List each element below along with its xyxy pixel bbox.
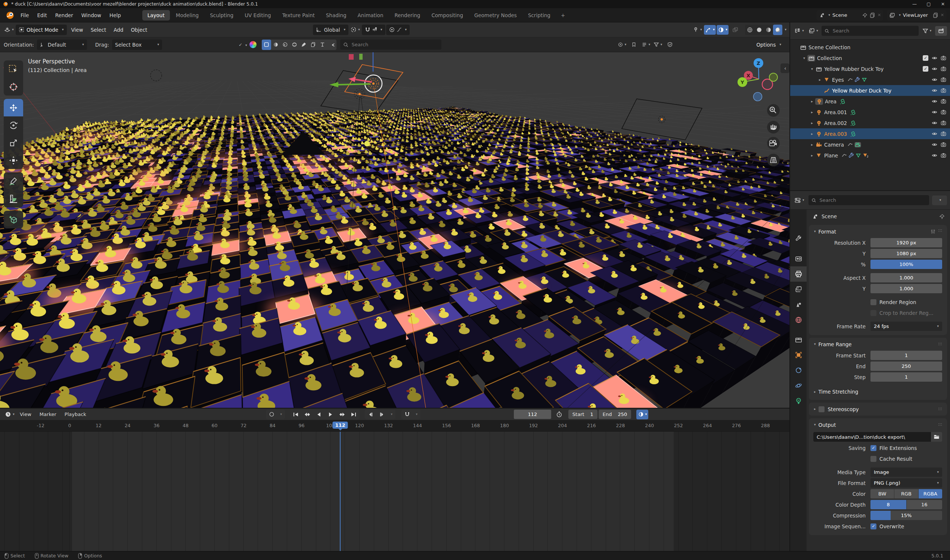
close-button[interactable]: ✕ bbox=[936, 0, 950, 8]
color-option-bw[interactable]: BW bbox=[870, 489, 894, 498]
disable-render-camera-icon[interactable] bbox=[941, 109, 946, 115]
outliner-row-area-002[interactable]: ▸Area.002 bbox=[790, 117, 950, 128]
add-cube-tool-button[interactable] bbox=[4, 211, 23, 228]
shield-icon[interactable] bbox=[664, 40, 676, 49]
shading-rendered-button[interactable] bbox=[773, 25, 782, 35]
auto-keying-button[interactable] bbox=[266, 410, 278, 419]
orthographic-toggle-button[interactable] bbox=[767, 154, 780, 166]
orientation-dropdown[interactable]: Default ▾ bbox=[37, 40, 87, 50]
matcap-ball-icon[interactable] bbox=[250, 41, 256, 48]
previous-keyframe-button[interactable] bbox=[302, 410, 313, 419]
properties-tab-data[interactable] bbox=[790, 393, 807, 409]
expand-icon[interactable]: ▸ bbox=[809, 143, 815, 147]
time-stretching-header[interactable]: ▸ Time Stretching bbox=[809, 387, 947, 397]
hide-viewport-eye-icon[interactable] bbox=[932, 88, 937, 93]
nozzle-icon[interactable] bbox=[327, 40, 336, 50]
outliner-filter-id-button[interactable]: ▾ bbox=[807, 26, 819, 36]
pin-icon[interactable] bbox=[862, 13, 867, 18]
transform-tool-button[interactable] bbox=[4, 151, 23, 169]
clamp-icon[interactable] bbox=[318, 40, 327, 50]
new-viewlayer-icon[interactable] bbox=[933, 12, 938, 18]
timeline-menu-marker[interactable]: Marker bbox=[35, 412, 60, 417]
play-button[interactable] bbox=[325, 410, 336, 419]
disable-render-camera-icon[interactable] bbox=[941, 66, 946, 72]
rotate-tool-button[interactable] bbox=[4, 116, 23, 134]
snap-dropdown[interactable]: ▾ bbox=[413, 410, 421, 419]
workspace-tab-layout[interactable]: Layout bbox=[142, 10, 170, 20]
frame-range-panel-header[interactable]: ▾ Frame Range bbox=[809, 338, 947, 350]
hide-viewport-eye-icon[interactable] bbox=[932, 109, 937, 115]
current-frame-field[interactable]: 112 bbox=[514, 410, 551, 419]
fallback-tool-icon[interactable]: ▾ bbox=[616, 40, 628, 49]
expand-icon[interactable]: ▸ bbox=[809, 110, 815, 114]
cache-result-row[interactable]: Cache Result bbox=[870, 456, 912, 462]
stereoscopy-panel-header[interactable]: ▸ Stereoscopy bbox=[809, 403, 947, 415]
zoom-button[interactable] bbox=[767, 104, 780, 117]
aspect-y-field[interactable]: 1.000 bbox=[870, 284, 942, 293]
overwrite-row[interactable]: ✓Overwrite bbox=[870, 523, 904, 529]
output-panel-header[interactable]: ▾ Output bbox=[809, 419, 947, 431]
outliner-row-scene-collection[interactable]: Scene Collection bbox=[790, 42, 950, 52]
outliner-row-yellow-rubber-duck-toy[interactable]: ▾Yellow Rubber Duck Toy✓ bbox=[790, 63, 950, 74]
tool-search-field[interactable] bbox=[340, 40, 441, 49]
properties-tab-output[interactable] bbox=[790, 266, 807, 282]
timeline-overlay-toggle[interactable]: ▾ bbox=[636, 410, 648, 419]
select-box-tool-button[interactable] bbox=[4, 60, 23, 78]
properties-tab-collection[interactable] bbox=[790, 332, 807, 347]
hide-viewport-eye-icon[interactable] bbox=[932, 55, 937, 61]
color-depth-option-16[interactable]: 16 bbox=[907, 500, 942, 509]
workspace-tab-compositing[interactable]: Compositing bbox=[426, 10, 468, 20]
new-collection-button[interactable] bbox=[935, 26, 947, 36]
hide-viewport-eye-icon[interactable] bbox=[932, 142, 937, 148]
outliner-row-area-003[interactable]: ▸Area.003 bbox=[790, 128, 950, 139]
filter-funnel-icon[interactable]: ▾ bbox=[652, 40, 664, 49]
workspace-tab-modeling[interactable]: Modeling bbox=[171, 10, 204, 20]
remove-viewlayer-icon[interactable]: ✕ bbox=[941, 13, 944, 17]
timeline-menu-playback[interactable]: Playback bbox=[60, 412, 90, 417]
properties-tab-scene[interactable] bbox=[790, 297, 807, 312]
next-keyframe-button[interactable] bbox=[336, 410, 348, 419]
disable-render-camera-icon[interactable] bbox=[941, 98, 946, 104]
timeline-track[interactable] bbox=[0, 432, 790, 551]
mode-dropdown[interactable]: Object Mode ▾ bbox=[16, 25, 67, 35]
workspace-tab-sculpting[interactable]: Sculpting bbox=[205, 10, 239, 20]
properties-tab-tool[interactable] bbox=[790, 231, 807, 247]
current-frame-tag[interactable]: 112 bbox=[332, 422, 348, 429]
blender-menu-icon[interactable] bbox=[6, 11, 14, 19]
xray-toggle[interactable] bbox=[729, 25, 741, 35]
scale-tool-button[interactable] bbox=[4, 134, 23, 151]
pivot-point-button[interactable]: ▾ bbox=[349, 25, 361, 35]
properties-tab-constraints[interactable] bbox=[790, 363, 807, 378]
properties-editor-type-button[interactable]: ▾ bbox=[793, 195, 805, 205]
globe-icon[interactable] bbox=[290, 40, 299, 50]
outliner-filter-button[interactable]: ▾ bbox=[921, 26, 933, 36]
color-option-rgba[interactable]: RGBA bbox=[919, 489, 942, 498]
drag-dropdown[interactable]: Select Box▾ bbox=[112, 40, 162, 50]
jump-to-end-button[interactable] bbox=[348, 410, 359, 419]
new-scene-icon[interactable] bbox=[870, 12, 875, 18]
shading-dropdown-icon[interactable]: ▾ bbox=[785, 28, 787, 31]
properties-tab-world[interactable] bbox=[790, 312, 807, 328]
outliner-row-camera[interactable]: ▸Camera bbox=[790, 139, 950, 150]
frame-forward-button[interactable] bbox=[376, 410, 388, 419]
minimize-button[interactable]: — bbox=[907, 0, 922, 8]
workspace-tab-rendering[interactable]: Rendering bbox=[389, 10, 425, 20]
render-region-row[interactable]: Render Region bbox=[870, 299, 916, 305]
viewport-menu-add[interactable]: Add bbox=[110, 25, 127, 35]
output-path-field[interactable]: C:\Users\daanv\D...tion\duck export\ bbox=[813, 432, 931, 442]
workspace-tab-animation[interactable]: Animation bbox=[353, 10, 389, 20]
gizmos-toggle[interactable]: ▾ bbox=[704, 25, 716, 35]
sphere-half-icon[interactable] bbox=[271, 40, 281, 50]
collection-checkbox[interactable]: ✓ bbox=[923, 55, 928, 61]
hide-viewport-eye-icon[interactable] bbox=[932, 131, 937, 137]
shading-solid-button[interactable] bbox=[754, 25, 763, 35]
collapse-icon[interactable]: ▾ bbox=[809, 67, 815, 71]
frame-rate-dropdown[interactable]: 24 fps▾ bbox=[870, 322, 942, 331]
menu-help[interactable]: Help bbox=[105, 11, 125, 20]
scene-selector[interactable]: ▾ Scene ✕ bbox=[817, 10, 884, 20]
workspace-tab-uv-editing[interactable]: UV Editing bbox=[239, 10, 276, 20]
hide-viewport-eye-icon[interactable] bbox=[932, 66, 937, 72]
outliner-search-input[interactable] bbox=[832, 28, 916, 34]
menu-window[interactable]: Window bbox=[77, 11, 105, 20]
workspace-tab-texture-paint[interactable]: Texture Paint bbox=[277, 10, 320, 20]
